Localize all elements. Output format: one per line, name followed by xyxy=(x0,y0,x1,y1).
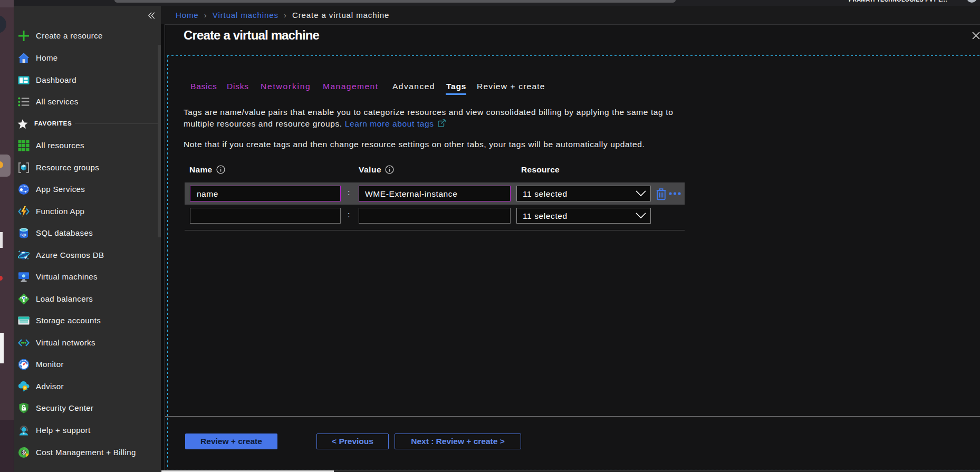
svg-text:$: $ xyxy=(23,450,25,455)
svg-text:SQL: SQL xyxy=(20,233,27,237)
